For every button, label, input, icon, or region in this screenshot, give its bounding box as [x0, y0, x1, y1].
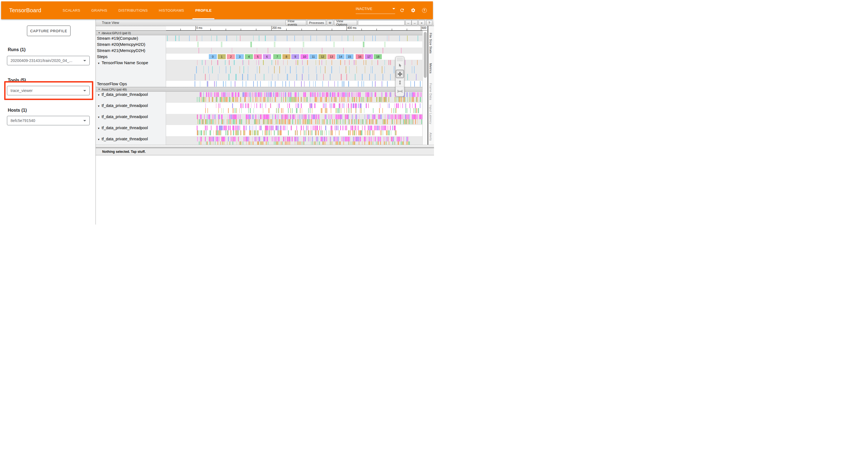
trace-event[interactable]	[207, 126, 208, 130]
trace-event[interactable]	[223, 137, 224, 142]
trace-event[interactable]	[343, 92, 343, 97]
trace-event[interactable]	[336, 137, 337, 142]
trace-event[interactable]	[257, 97, 258, 102]
trace-event[interactable]	[285, 92, 286, 97]
trace-event[interactable]	[235, 130, 236, 135]
trace-event[interactable]	[354, 142, 355, 145]
trace-event[interactable]	[252, 137, 253, 142]
trace-event[interactable]	[315, 130, 316, 135]
trace-event[interactable]	[266, 97, 266, 102]
trace-event[interactable]	[233, 97, 234, 102]
trace-event[interactable]	[330, 103, 330, 108]
trace-event[interactable]	[249, 119, 250, 124]
trace-event[interactable]	[253, 142, 253, 145]
trace-event[interactable]	[356, 108, 356, 113]
trace-event[interactable]	[379, 126, 380, 130]
trace-event[interactable]	[296, 60, 296, 65]
trace-event[interactable]	[322, 48, 322, 53]
trace-event[interactable]	[367, 119, 367, 124]
trace-event[interactable]	[383, 81, 383, 87]
trace-event[interactable]	[208, 66, 209, 73]
trace-event[interactable]	[281, 108, 282, 113]
trace-event[interactable]	[388, 137, 389, 142]
trace-event[interactable]	[309, 115, 310, 119]
trace-event[interactable]	[275, 36, 275, 41]
trace-event[interactable]	[403, 142, 404, 145]
trace-event[interactable]	[247, 74, 248, 80]
trace-event[interactable]	[205, 119, 206, 124]
step-block[interactable]: 16	[356, 54, 364, 59]
trace-event[interactable]	[375, 92, 376, 97]
trace-event[interactable]	[213, 137, 214, 142]
trace-event[interactable]	[393, 108, 394, 113]
trace-event[interactable]	[387, 119, 388, 124]
trace-event[interactable]	[389, 142, 389, 145]
trace-event[interactable]	[345, 126, 345, 130]
trace-event[interactable]	[366, 60, 366, 65]
trace-event[interactable]	[319, 92, 320, 97]
trace-event[interactable]	[317, 97, 317, 102]
trace-event[interactable]	[218, 103, 219, 108]
trace-event[interactable]	[201, 142, 201, 145]
trace-event[interactable]	[203, 97, 204, 102]
trace-event[interactable]	[283, 119, 284, 124]
trace-event[interactable]	[202, 119, 202, 124]
trace-event[interactable]	[266, 126, 267, 130]
trace-event[interactable]	[417, 92, 418, 97]
trace-event[interactable]	[369, 130, 370, 135]
trace-event[interactable]	[407, 142, 408, 145]
trace-event[interactable]	[375, 36, 376, 41]
trace-event[interactable]	[206, 103, 206, 108]
trace-event[interactable]	[303, 115, 303, 119]
trace-event[interactable]	[334, 103, 335, 108]
trace-event[interactable]	[364, 126, 365, 130]
step-block[interactable]: 5	[254, 54, 262, 59]
trace-event[interactable]	[379, 126, 379, 130]
trace-event[interactable]	[310, 130, 311, 135]
trace-event[interactable]	[331, 115, 332, 119]
trace-event[interactable]	[240, 103, 241, 108]
step-block[interactable]: 7	[273, 54, 281, 59]
trace-event[interactable]	[383, 97, 384, 102]
trace-event[interactable]	[332, 60, 332, 65]
trace-event[interactable]	[204, 66, 204, 73]
trace-event[interactable]	[243, 60, 244, 65]
trace-event[interactable]	[390, 130, 391, 135]
trace-event[interactable]	[413, 92, 414, 97]
trace-event[interactable]	[209, 142, 210, 145]
trace-event[interactable]	[312, 126, 313, 130]
trace-event[interactable]	[376, 142, 376, 145]
trace-event[interactable]	[298, 137, 299, 142]
trace-event[interactable]	[293, 97, 294, 102]
trace-event[interactable]	[409, 92, 410, 97]
trace-event[interactable]	[256, 115, 257, 119]
trace-event[interactable]	[372, 126, 372, 130]
trace-event[interactable]	[405, 103, 405, 108]
trace-event[interactable]	[207, 115, 208, 119]
trace-event[interactable]	[248, 103, 249, 108]
trace-event[interactable]	[354, 97, 355, 102]
trace-event[interactable]	[318, 137, 318, 142]
trace-event[interactable]	[330, 92, 330, 97]
trace-event[interactable]	[269, 130, 269, 135]
trace-event[interactable]	[283, 115, 284, 119]
tab-graphs[interactable]: GRAPHS	[90, 1, 109, 19]
trace-event[interactable]	[313, 81, 314, 87]
trace-event[interactable]	[354, 126, 354, 130]
trace-event[interactable]	[351, 119, 352, 124]
trace-event[interactable]	[392, 142, 393, 145]
trace-event[interactable]	[275, 81, 275, 87]
trace-event[interactable]	[402, 103, 403, 108]
trace-event[interactable]	[403, 115, 403, 119]
trace-event[interactable]	[247, 103, 247, 108]
trace-event[interactable]	[372, 81, 373, 87]
trace-event[interactable]	[369, 115, 370, 119]
trace-event[interactable]	[211, 92, 212, 97]
trace-event[interactable]	[305, 119, 305, 124]
trace-event[interactable]	[285, 119, 285, 124]
trace-event[interactable]	[259, 66, 260, 73]
trace-event[interactable]	[302, 142, 302, 145]
trace-event[interactable]	[420, 97, 421, 102]
trace-event[interactable]	[321, 126, 321, 130]
trace-event[interactable]	[316, 36, 317, 41]
